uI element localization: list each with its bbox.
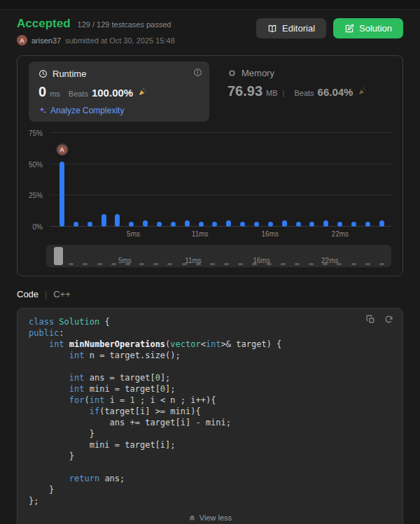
analyze-complexity-label: Analyze Complexity [50, 106, 124, 115]
double-chevron-up-icon [188, 514, 196, 522]
y-axis-label: 25% [29, 192, 43, 199]
chart-bar[interactable] [102, 214, 106, 227]
chart-bar[interactable] [323, 220, 328, 227]
runtime-panel: Runtime 0 ms Beats 100.00% [17, 55, 403, 276]
chart-bar[interactable] [309, 222, 314, 227]
chart-bar[interactable] [185, 220, 190, 227]
user-marker[interactable]: A [56, 143, 69, 156]
copy-icon[interactable] [366, 315, 375, 324]
code-line: } [29, 451, 391, 462]
stats-row: Runtime 0 ms Beats 100.00% [29, 62, 391, 122]
chart-bars [50, 133, 391, 227]
code-line: } [29, 428, 391, 439]
runtime-beats-value: 100.00% [92, 87, 133, 99]
code-line: }; [29, 495, 391, 507]
runtime-title-row: Runtime [38, 69, 200, 79]
chart-bar[interactable] [282, 220, 287, 227]
header-actions: Editorial Solution [256, 18, 403, 38]
memory-beats-value: 66.04% [318, 86, 354, 98]
chart-bar[interactable] [115, 214, 120, 227]
chart-bar[interactable] [351, 222, 356, 227]
code-section-header: Code | C++ [17, 289, 403, 299]
chart-bar[interactable] [365, 222, 370, 227]
runtime-beats-label: Beats [69, 90, 88, 98]
solution-button-label: Solution [359, 23, 392, 34]
memory-unit: MB [266, 89, 278, 97]
chart-bar[interactable] [143, 220, 148, 227]
code-line: for(int i = 1 ; i < n ; i++){ [29, 395, 391, 406]
submitted-at-text: submitted at Oct 30, 2025 15:48 [65, 36, 175, 45]
submission-result-page: Accepted 129 / 129 testcases passed A ar… [0, 10, 420, 524]
memory-value-row: 76.93 MB | Beats 66.04% [227, 83, 367, 99]
code-line: return ans; [29, 473, 391, 484]
user-avatar[interactable]: A [17, 35, 27, 45]
chart-bar[interactable] [254, 222, 259, 227]
solution-button[interactable]: Solution [333, 18, 403, 38]
x-tick-label: 22ms [332, 230, 349, 238]
view-less-button[interactable]: View less [29, 514, 391, 522]
testcases-text: 129 / 129 testcases passed [78, 20, 172, 29]
chart-bar[interactable] [296, 222, 301, 227]
code-language-label: C++ [53, 289, 71, 299]
x-tick-label: 11ms [192, 230, 209, 238]
chart-bar[interactable] [88, 222, 92, 227]
clock-icon [38, 69, 48, 78]
username-link[interactable]: arisen37 [31, 36, 61, 45]
code-line: if(target[i] >= mini){ [29, 406, 391, 417]
edit-icon [344, 24, 354, 34]
memory-label: Memory [241, 68, 274, 78]
submit-row: A arisen37 submitted at Oct 30, 2025 15:… [17, 35, 175, 45]
minimap-tick-label: 5ms [118, 257, 132, 264]
chart-bar[interactable] [212, 222, 217, 227]
editorial-button-label: Editorial [282, 23, 315, 34]
memory-divider: | [283, 89, 285, 97]
runtime-label: Runtime [52, 69, 86, 79]
code-line: mini = target[i]; [29, 439, 391, 451]
analyze-complexity-button[interactable]: Analyze Complexity [38, 106, 200, 115]
code-line: int ans = target[0]; [29, 372, 391, 383]
memory-tab[interactable]: Memory 76.93 MB | Beats 66.04% [227, 62, 367, 99]
status-row: Accepted 129 / 129 testcases passed [17, 17, 175, 31]
party-popper-icon [138, 87, 147, 97]
code-header-divider: | [45, 290, 47, 299]
code-line [29, 361, 391, 372]
memory-title-row: Memory [227, 68, 367, 78]
runtime-value: 0 [38, 84, 46, 100]
memory-beats-label: Beats [294, 89, 314, 97]
code-line: int n = target.size(); [29, 350, 391, 361]
minimap-tick-label: 16ms [253, 257, 270, 264]
code-line: class Solution { [29, 316, 391, 327]
chip-icon [227, 69, 237, 78]
chart-bar[interactable] [379, 220, 384, 227]
chart-bar[interactable] [129, 222, 134, 227]
code-block: class Solution {public: int minNumberOpe… [17, 308, 403, 524]
code-content: class Solution {public: int minNumberOpe… [29, 316, 391, 507]
x-tick-label: 16ms [262, 230, 279, 238]
minimap-tick-label: 11ms [185, 257, 202, 264]
chart-bar[interactable] [59, 162, 64, 227]
chart-bar[interactable] [226, 220, 231, 227]
chart-bar[interactable] [171, 222, 176, 227]
editorial-button[interactable]: Editorial [256, 18, 326, 38]
runtime-tab[interactable]: Runtime 0 ms Beats 100.00% [29, 62, 209, 122]
code-section-title: Code [17, 289, 38, 299]
view-less-label: View less [200, 514, 232, 522]
book-icon [267, 24, 277, 34]
info-icon[interactable] [193, 68, 202, 77]
result-header: Accepted 129 / 129 testcases passed A ar… [17, 17, 403, 45]
chart-bar[interactable] [240, 222, 245, 227]
chart-bar[interactable] [337, 222, 342, 227]
reset-icon[interactable] [384, 315, 393, 324]
chart-bar[interactable] [268, 222, 273, 227]
chart-bar[interactable] [157, 222, 162, 227]
chart-bar[interactable] [74, 222, 78, 227]
y-axis-label: 0% [33, 223, 43, 231]
code-line: int mini = target[0]; [29, 383, 391, 395]
chart-minimap[interactable]: 5ms11ms16ms22ms [46, 245, 391, 267]
top-strip [0, 0, 420, 10]
chart-bar[interactable] [199, 222, 204, 227]
code-line: public: [29, 327, 391, 339]
memory-value: 76.93 [227, 83, 262, 99]
status-accepted: Accepted [17, 17, 71, 31]
chart-x-ticks: 5ms11ms16ms22ms [50, 229, 391, 239]
